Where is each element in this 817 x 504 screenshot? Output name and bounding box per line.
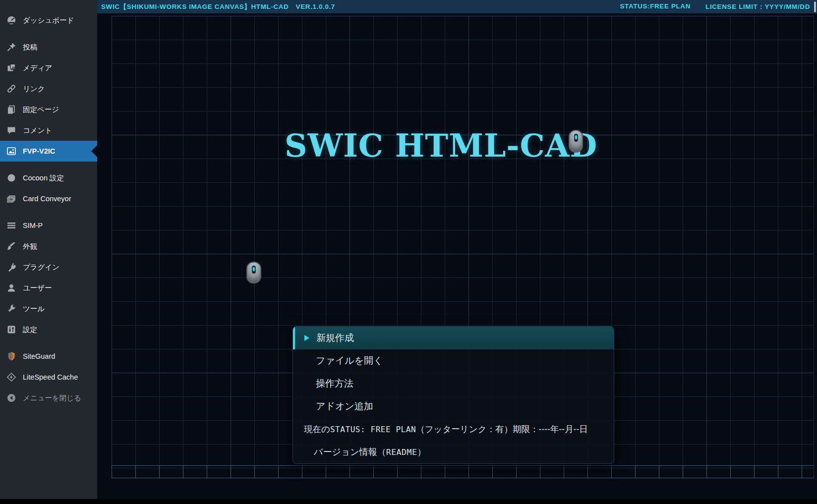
sidebar-item-label: 固定ページ [23,105,59,114]
license-limit-label: LICENSE LIMIT：YYYY/MM/DD [705,2,810,11]
menu-item-label: アドオン追加 [316,400,373,413]
sidebar-separator [0,340,97,346]
sidebar-item-label: SiteGuard [23,352,55,360]
sidebar-item-litespeed-cache[interactable]: LiteSpeed Cache [0,367,97,388]
scrollbar-thumb[interactable] [814,1,816,12]
menu-item-version-info[interactable]: バージョン情報（README） [293,441,614,463]
sidebar-item-media[interactable]: メディア [0,57,97,78]
plug-icon [6,262,16,272]
sidebar-item-label: プラグイン [23,263,59,272]
version-suffix: ） [417,446,426,458]
menu-lines-icon [6,221,16,230]
sidebar-item-settings[interactable]: 設定 [0,319,97,340]
sidebar-item-label: ツール [23,304,45,314]
user-icon [6,283,16,293]
brush-icon [6,241,16,251]
status-prefix: 現在の [304,423,330,435]
sidebar-separator [0,162,97,168]
sidebar-item-label: 投稿 [23,43,37,52]
sidebar-item-fvp-v2ic[interactable]: FVP-V2IC [0,141,97,162]
image-icon [6,146,16,156]
sidebar-item-label: コメント [23,126,52,135]
dashboard-gauge-icon [6,15,16,25]
sidebar-item-label: 設定 [23,325,37,335]
sidebar-item-users[interactable]: ユーザー [0,278,97,298]
comment-icon [6,125,16,135]
version-readme-code: README [386,448,417,457]
diamond-bolt-icon [6,372,16,382]
version-prefix: バージョン情報（ [314,446,386,458]
sidebar-item-label: リンク [23,84,45,94]
sidebar-item-tools[interactable]: ツール [0,298,97,319]
menu-item-label: 操作方法 [316,377,353,390]
menu-item-how-to-use[interactable]: 操作方法 [293,372,614,395]
circle-icon [6,173,16,183]
sidebar-item-collapse-menu[interactable]: メニューを閉じる [0,388,97,408]
sidebar-item-card-conveyor[interactable]: Card Conveyor [0,188,97,209]
sidebar-item-plugins[interactable]: プラグイン [0,257,97,278]
sidebar-item-label: LiteSpeed Cache [23,373,78,381]
play-triangle-icon [304,335,309,341]
sidebar-item-links[interactable]: リンク [0,78,97,99]
sidebar-item-label: メディア [23,63,52,73]
sidebar-item-siteguard[interactable]: SiteGuard [0,346,97,367]
status-plan-code: STATUS: FREE PLAN [330,425,416,434]
menu-item-label: 新規作成 [316,332,354,344]
bottom-bar [0,499,817,504]
app-title: SWIC【SHIKUMI-WORKS IMAGE CANVAS】HTML-CAD… [101,2,335,11]
collapse-arrow-icon [6,393,16,403]
topbar: SWIC【SHIKUMI-WORKS IMAGE CANVAS】HTML-CAD… [97,0,817,13]
link-icon [6,84,16,94]
menu-item-new[interactable]: 新規作成 [293,327,614,349]
sidebar-item-posts[interactable]: 投稿 [0,37,97,57]
sidebar-separator [0,31,97,37]
media-icon [6,63,16,73]
mouse-wheel-light [253,267,255,271]
menu-item-add-addon[interactable]: アドオン追加 [293,395,614,418]
card-stack-icon [6,194,16,204]
mouse-wheel-light [575,135,577,139]
mouse-cursor-icon[interactable] [246,262,261,283]
menu-item-open-file[interactable]: ファイルを開く [293,349,614,372]
cad-context-menu: 新規作成 ファイルを開く 操作方法 アドオン追加 現在のSTATUS: FREE… [292,326,614,464]
canvas-logo-title: SWIC HTML-CAD [285,127,597,164]
pages-icon [6,105,16,114]
cad-canvas[interactable]: SWIC HTML-CAD 新規作成 ファイルを開く 操作方法 アドオン追加 [97,13,817,499]
pushpin-icon [6,42,16,52]
sidebar-item-sim-p[interactable]: SIM-P [0,215,97,236]
menu-status-line: 現在のSTATUS: FREE PLAN （フッターリンク：有）期限：----年… [293,418,614,441]
sidebar-item-label: Cocoon 設定 [23,173,64,183]
menu-item-label: ファイルを開く [316,354,383,367]
active-row-bar [293,327,295,349]
sidebar-item-label: FVP-V2IC [23,147,55,155]
sidebar-item-appearance[interactable]: 外観 [0,236,97,257]
active-item-notch [91,145,97,157]
app-root: SWIC【SHIKUMI-WORKS IMAGE CANVAS】HTML-CAD… [0,0,817,504]
sidebar-separator [0,209,97,215]
sidebar-item-label: ユーザー [23,283,52,293]
sidebar-item-comments[interactable]: コメント [0,120,97,141]
sliders-icon [6,325,16,335]
status-suffix: （フッターリンク：有）期限：----年--月--日 [416,423,588,435]
sidebar-item-label: 外観 [23,242,37,251]
plan-status-label: STATUS:FREE PLAN [620,2,691,11]
sidebar-item-label: SIM-P [23,222,43,229]
canvas-grid-ruler [112,465,814,478]
sidebar-item-label: メニューを閉じる [23,393,81,403]
sidebar-item-pages[interactable]: 固定ページ [0,99,97,120]
sidebar-item-dashboard[interactable]: ダッシュボード [0,10,97,31]
sidebar-item-label: ダッシュボード [23,16,74,25]
sidebar-item-cocoon-settings[interactable]: Cocoon 設定 [0,168,97,188]
shield-icon [6,351,16,361]
sidebar-item-label: Card Conveyor [23,195,71,203]
wrench-icon [6,304,16,314]
mouse-cursor-icon[interactable] [569,130,583,153]
admin-sidebar: ダッシュボード 投稿 メディア リンク 固定ページ コメン [0,0,97,499]
